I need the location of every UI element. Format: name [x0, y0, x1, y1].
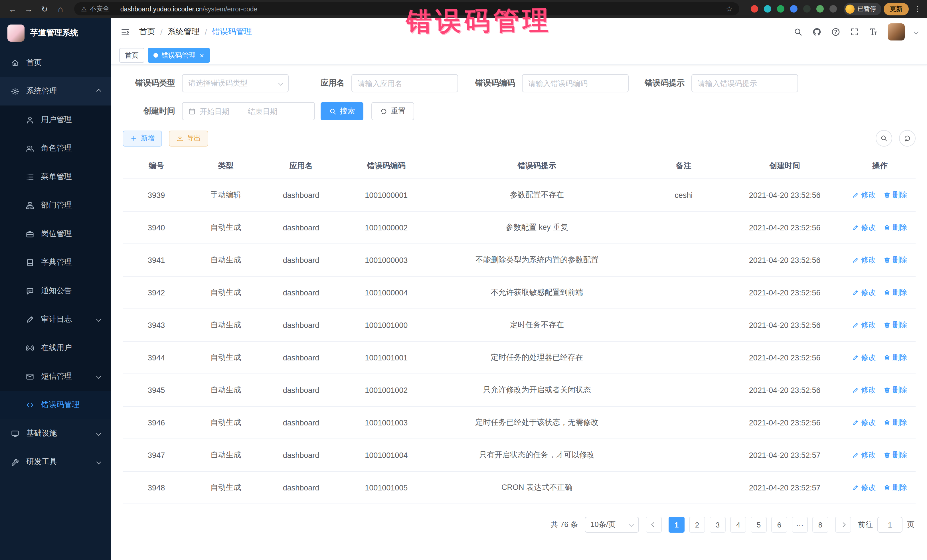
font-size-icon[interactable]: [869, 27, 878, 36]
error-code-input[interactable]: [522, 74, 629, 93]
refresh-table-button[interactable]: [899, 130, 916, 147]
edit-link[interactable]: 修改: [853, 385, 876, 395]
browser-home-icon[interactable]: ⌂: [54, 2, 67, 16]
app-title: 芋道管理系统: [30, 28, 78, 38]
delete-link[interactable]: 删除: [884, 450, 907, 460]
update-button[interactable]: 更新: [884, 3, 909, 15]
extension-icon[interactable]: [764, 5, 771, 12]
navbar-actions: [793, 23, 918, 41]
next-page-button[interactable]: [835, 517, 851, 533]
page-button[interactable]: 5: [751, 517, 767, 533]
tab-home[interactable]: 首页: [119, 48, 144, 63]
sidebar-item-user-management[interactable]: 用户管理: [0, 106, 111, 134]
cell-message: 只允许修改为开启或者关闭状态: [432, 374, 642, 406]
add-button[interactable]: 新增: [123, 130, 162, 146]
page-size-select[interactable]: 10条/页: [585, 517, 639, 533]
app-name-input[interactable]: [351, 74, 458, 93]
sidebar-item-dept-management[interactable]: 部门管理: [0, 191, 111, 220]
breadcrumb-home[interactable]: 首页: [139, 27, 155, 37]
sidebar-item-post-management[interactable]: 岗位管理: [0, 220, 111, 248]
extension-icon[interactable]: [830, 5, 837, 12]
delete-link[interactable]: 删除: [884, 320, 907, 330]
close-icon[interactable]: ×: [200, 51, 204, 59]
page-button[interactable]: 4: [730, 517, 746, 533]
page-button[interactable]: 2: [689, 517, 705, 533]
extension-icon[interactable]: [790, 5, 798, 12]
page-button[interactable]: 1: [669, 517, 685, 533]
page-button[interactable]: 6: [771, 517, 787, 533]
browser-menu-icon[interactable]: ⋮: [914, 5, 921, 13]
edit-link[interactable]: 修改: [853, 320, 876, 330]
search-button[interactable]: 搜索: [321, 102, 363, 120]
extension-icon[interactable]: [803, 5, 811, 12]
help-icon[interactable]: [831, 27, 840, 36]
profile-chip[interactable]: 已暂停: [844, 3, 881, 15]
tab-error-code[interactable]: 错误码管理 ×: [148, 48, 210, 63]
export-button[interactable]: 导出: [169, 130, 208, 146]
delete-link[interactable]: 删除: [884, 222, 907, 233]
edit-link[interactable]: 修改: [853, 483, 876, 493]
reload-icon[interactable]: ↻: [38, 2, 51, 16]
home-icon: [11, 58, 20, 67]
edit-link[interactable]: 修改: [853, 352, 876, 363]
edit-link[interactable]: 修改: [853, 450, 876, 460]
tags-view-bar: 首页 错误码管理 ×: [111, 46, 927, 65]
extension-icon[interactable]: [751, 5, 758, 12]
delete-link[interactable]: 删除: [884, 255, 907, 265]
date-range-picker[interactable]: -: [182, 102, 315, 120]
avatar[interactable]: [887, 23, 905, 41]
page-button[interactable]: 3: [710, 517, 726, 533]
address-bar[interactable]: ⚠ 不安全 dashboard.yudao.iocoder.cn /system…: [74, 2, 739, 15]
sidebar-item-online-users[interactable]: 在线用户: [0, 334, 111, 362]
delete-link[interactable]: 删除: [884, 287, 907, 298]
edit-link[interactable]: 修改: [853, 255, 876, 265]
end-date-input[interactable]: [248, 107, 286, 115]
search-icon[interactable]: [793, 27, 802, 36]
delete-link[interactable]: 删除: [884, 385, 907, 395]
hamburger-icon[interactable]: [120, 27, 130, 37]
sidebar-item-home[interactable]: 首页: [0, 49, 111, 77]
page-button[interactable]: ···: [792, 517, 808, 533]
goto-page-input[interactable]: [877, 517, 903, 533]
github-icon[interactable]: [812, 27, 821, 36]
sidebar-item-error-code-management[interactable]: 错误码管理: [0, 391, 111, 419]
start-date-input[interactable]: [200, 107, 237, 115]
edit-link[interactable]: 修改: [853, 190, 876, 200]
sidebar-item-infrastructure[interactable]: 基础设施: [0, 419, 111, 448]
extension-icon[interactable]: [816, 5, 824, 12]
edit-link[interactable]: 修改: [853, 222, 876, 233]
delete-link[interactable]: 删除: [884, 352, 907, 363]
delete-link[interactable]: 删除: [884, 417, 907, 428]
page-button[interactable]: 8: [812, 517, 828, 533]
error-type-select[interactable]: 请选择错误码类型: [182, 74, 289, 93]
fullscreen-icon[interactable]: [850, 27, 859, 36]
browser-toolbar: ← → ↻ ⌂ ⚠ 不安全 dashboard.yudao.iocoder.cn…: [0, 0, 927, 18]
sidebar-item-notice[interactable]: 通知公告: [0, 276, 111, 305]
prev-page-button[interactable]: [646, 517, 662, 533]
sidebar-item-audit-log[interactable]: 审计日志: [0, 305, 111, 334]
sidebar-item-dict-management[interactable]: 字典管理: [0, 248, 111, 276]
sidebar-item-role-management[interactable]: 角色管理: [0, 134, 111, 162]
edit-link[interactable]: 修改: [853, 287, 876, 298]
sidebar-item-sms-management[interactable]: 短信管理: [0, 362, 111, 391]
cell-id: 3948: [123, 471, 190, 504]
back-icon[interactable]: ←: [6, 2, 20, 16]
delete-link[interactable]: 删除: [884, 190, 907, 200]
breadcrumb-system[interactable]: 系统管理: [168, 27, 200, 37]
edit-link[interactable]: 修改: [853, 417, 876, 428]
bookmark-star-icon[interactable]: ☆: [726, 5, 732, 13]
show-search-icon-button[interactable]: [876, 130, 892, 147]
reset-button[interactable]: 重置: [371, 102, 414, 120]
chevron-down-icon[interactable]: [914, 30, 919, 35]
search-icon: [880, 135, 887, 142]
delete-link[interactable]: 删除: [884, 483, 907, 493]
error-message-input[interactable]: [691, 74, 798, 93]
extension-icon[interactable]: [777, 5, 784, 12]
sidebar-item-system-management[interactable]: 系统管理: [0, 77, 111, 106]
cell-type: 自动生成: [190, 276, 261, 309]
forward-icon[interactable]: →: [22, 2, 35, 16]
security-status[interactable]: ⚠ 不安全: [81, 5, 109, 13]
sidebar-item-dev-tools[interactable]: 研发工具: [0, 448, 111, 476]
app-logo[interactable]: 芋道管理系统: [0, 18, 111, 49]
sidebar-item-menu-management[interactable]: 菜单管理: [0, 162, 111, 191]
